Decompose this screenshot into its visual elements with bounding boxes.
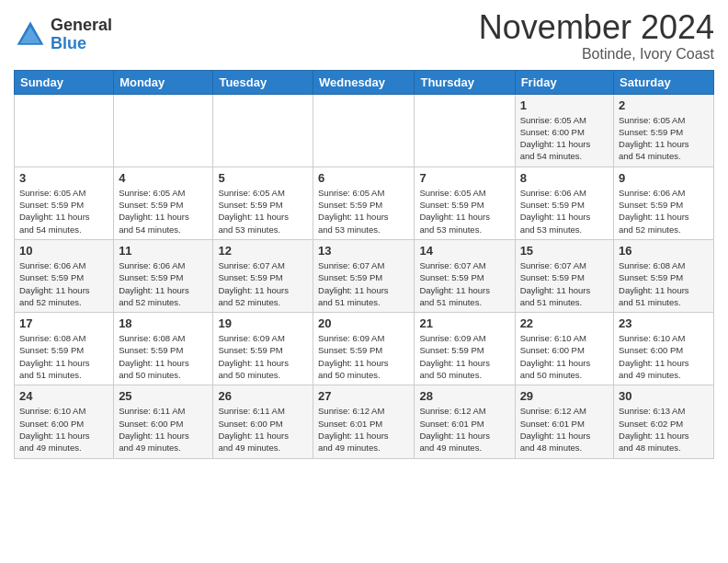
calendar-cell: 25Sunrise: 6:11 AM Sunset: 6:00 PM Dayli…: [114, 385, 213, 458]
day-number: 24: [19, 389, 108, 403]
day-number: 12: [218, 244, 308, 258]
col-header-monday: Monday: [114, 70, 213, 94]
day-number: 7: [419, 171, 509, 185]
day-info: Sunrise: 6:12 AM Sunset: 6:01 PM Dayligh…: [520, 405, 609, 454]
calendar-cell: 28Sunrise: 6:12 AM Sunset: 6:01 PM Dayli…: [415, 385, 515, 458]
day-number: 20: [318, 316, 409, 330]
day-info: Sunrise: 6:05 AM Sunset: 5:59 PM Dayligh…: [318, 187, 409, 236]
calendar-cell: 17Sunrise: 6:08 AM Sunset: 5:59 PM Dayli…: [15, 313, 114, 385]
day-info: Sunrise: 6:09 AM Sunset: 5:59 PM Dayligh…: [419, 332, 509, 381]
day-number: 9: [619, 171, 709, 185]
day-info: Sunrise: 6:10 AM Sunset: 6:00 PM Dayligh…: [619, 332, 709, 381]
calendar-cell: [313, 94, 415, 167]
col-header-tuesday: Tuesday: [213, 70, 313, 94]
calendar-cell: 1Sunrise: 6:05 AM Sunset: 6:00 PM Daylig…: [515, 94, 613, 167]
calendar-cell: 16Sunrise: 6:08 AM Sunset: 5:59 PM Dayli…: [614, 239, 714, 312]
calendar-cell: 10Sunrise: 6:06 AM Sunset: 5:59 PM Dayli…: [15, 239, 114, 312]
col-header-sunday: Sunday: [15, 70, 114, 94]
day-info: Sunrise: 6:05 AM Sunset: 6:00 PM Dayligh…: [520, 114, 609, 163]
title-block: November 2024 Botinde, Ivory Coast: [479, 9, 714, 63]
calendar-cell: 26Sunrise: 6:11 AM Sunset: 6:00 PM Dayli…: [213, 385, 313, 458]
day-number: 11: [119, 244, 208, 258]
calendar-cell: 30Sunrise: 6:13 AM Sunset: 6:02 PM Dayli…: [614, 385, 714, 458]
day-info: Sunrise: 6:06 AM Sunset: 5:59 PM Dayligh…: [619, 187, 709, 236]
calendar-week-row: 3Sunrise: 6:05 AM Sunset: 5:59 PM Daylig…: [15, 167, 714, 239]
calendar-cell: 3Sunrise: 6:05 AM Sunset: 5:59 PM Daylig…: [15, 167, 114, 239]
day-info: Sunrise: 6:08 AM Sunset: 5:59 PM Dayligh…: [619, 259, 709, 308]
location: Botinde, Ivory Coast: [479, 46, 714, 63]
calendar-cell: [114, 94, 213, 167]
day-number: 8: [520, 171, 609, 185]
day-info: Sunrise: 6:12 AM Sunset: 6:01 PM Dayligh…: [318, 405, 409, 454]
calendar-cell: 11Sunrise: 6:06 AM Sunset: 5:59 PM Dayli…: [114, 239, 213, 312]
day-info: Sunrise: 6:07 AM Sunset: 5:59 PM Dayligh…: [218, 259, 308, 308]
day-number: 18: [119, 316, 208, 330]
day-number: 6: [318, 171, 409, 185]
day-info: Sunrise: 6:05 AM Sunset: 5:59 PM Dayligh…: [19, 187, 108, 236]
day-number: 27: [318, 389, 409, 403]
day-number: 22: [520, 316, 609, 330]
day-number: 17: [19, 316, 108, 330]
logo-general-text: General: [51, 17, 112, 35]
day-number: 19: [218, 316, 308, 330]
day-info: Sunrise: 6:11 AM Sunset: 6:00 PM Dayligh…: [119, 405, 208, 454]
day-info: Sunrise: 6:13 AM Sunset: 6:02 PM Dayligh…: [619, 405, 709, 454]
month-title: November 2024: [479, 9, 714, 46]
day-number: 15: [520, 244, 609, 258]
day-info: Sunrise: 6:06 AM Sunset: 5:59 PM Dayligh…: [119, 259, 208, 308]
day-number: 2: [619, 98, 709, 112]
day-number: 29: [520, 389, 609, 403]
col-header-friday: Friday: [515, 70, 613, 94]
day-info: Sunrise: 6:09 AM Sunset: 5:59 PM Dayligh…: [318, 332, 409, 381]
day-info: Sunrise: 6:07 AM Sunset: 5:59 PM Dayligh…: [318, 259, 409, 308]
calendar-cell: 14Sunrise: 6:07 AM Sunset: 5:59 PM Dayli…: [415, 239, 515, 312]
day-info: Sunrise: 6:10 AM Sunset: 6:00 PM Dayligh…: [520, 332, 609, 381]
calendar-cell: 15Sunrise: 6:07 AM Sunset: 5:59 PM Dayli…: [515, 239, 613, 312]
day-number: 3: [19, 171, 108, 185]
day-number: 10: [19, 244, 108, 258]
logo-icon: [14, 18, 47, 52]
calendar-cell: 23Sunrise: 6:10 AM Sunset: 6:00 PM Dayli…: [614, 313, 714, 385]
calendar-cell: 27Sunrise: 6:12 AM Sunset: 6:01 PM Dayli…: [313, 385, 415, 458]
logo: General Blue: [14, 17, 112, 53]
calendar-cell: 5Sunrise: 6:05 AM Sunset: 5:59 PM Daylig…: [213, 167, 313, 239]
day-info: Sunrise: 6:05 AM Sunset: 5:59 PM Dayligh…: [419, 187, 509, 236]
calendar-cell: 24Sunrise: 6:10 AM Sunset: 6:00 PM Dayli…: [15, 385, 114, 458]
day-info: Sunrise: 6:07 AM Sunset: 5:59 PM Dayligh…: [520, 259, 609, 308]
calendar-cell: [415, 94, 515, 167]
day-info: Sunrise: 6:05 AM Sunset: 5:59 PM Dayligh…: [619, 114, 709, 163]
calendar-week-row: 10Sunrise: 6:06 AM Sunset: 5:59 PM Dayli…: [15, 239, 714, 312]
calendar-cell: 22Sunrise: 6:10 AM Sunset: 6:00 PM Dayli…: [515, 313, 613, 385]
day-number: 21: [419, 316, 509, 330]
logo-blue-text: Blue: [51, 35, 112, 53]
calendar-cell: 4Sunrise: 6:05 AM Sunset: 5:59 PM Daylig…: [114, 167, 213, 239]
col-header-saturday: Saturday: [614, 70, 714, 94]
day-number: 26: [218, 389, 308, 403]
day-info: Sunrise: 6:05 AM Sunset: 5:59 PM Dayligh…: [218, 187, 308, 236]
calendar-cell: 9Sunrise: 6:06 AM Sunset: 5:59 PM Daylig…: [614, 167, 714, 239]
calendar-cell: 13Sunrise: 6:07 AM Sunset: 5:59 PM Dayli…: [313, 239, 415, 312]
day-info: Sunrise: 6:11 AM Sunset: 6:00 PM Dayligh…: [218, 405, 308, 454]
calendar-week-row: 1Sunrise: 6:05 AM Sunset: 6:00 PM Daylig…: [15, 94, 714, 167]
calendar-cell: 8Sunrise: 6:06 AM Sunset: 5:59 PM Daylig…: [515, 167, 613, 239]
day-info: Sunrise: 6:12 AM Sunset: 6:01 PM Dayligh…: [419, 405, 509, 454]
calendar-week-row: 24Sunrise: 6:10 AM Sunset: 6:00 PM Dayli…: [15, 385, 714, 458]
calendar-cell: 7Sunrise: 6:05 AM Sunset: 5:59 PM Daylig…: [415, 167, 515, 239]
day-number: 14: [419, 244, 509, 258]
day-info: Sunrise: 6:09 AM Sunset: 5:59 PM Dayligh…: [218, 332, 308, 381]
calendar-cell: 21Sunrise: 6:09 AM Sunset: 5:59 PM Dayli…: [415, 313, 515, 385]
page: General Blue November 2024 Botinde, Ivor…: [0, 0, 728, 473]
header: General Blue November 2024 Botinde, Ivor…: [14, 9, 714, 63]
day-number: 23: [619, 316, 709, 330]
day-number: 16: [619, 244, 709, 258]
logo-text: General Blue: [51, 17, 112, 53]
calendar-cell: [213, 94, 313, 167]
calendar-header-row: SundayMondayTuesdayWednesdayThursdayFrid…: [15, 70, 714, 94]
day-info: Sunrise: 6:08 AM Sunset: 5:59 PM Dayligh…: [119, 332, 208, 381]
day-info: Sunrise: 6:05 AM Sunset: 5:59 PM Dayligh…: [119, 187, 208, 236]
calendar-cell: 6Sunrise: 6:05 AM Sunset: 5:59 PM Daylig…: [313, 167, 415, 239]
calendar-table: SundayMondayTuesdayWednesdayThursdayFrid…: [14, 70, 714, 459]
calendar-cell: 12Sunrise: 6:07 AM Sunset: 5:59 PM Dayli…: [213, 239, 313, 312]
day-number: 30: [619, 389, 709, 403]
day-number: 5: [218, 171, 308, 185]
